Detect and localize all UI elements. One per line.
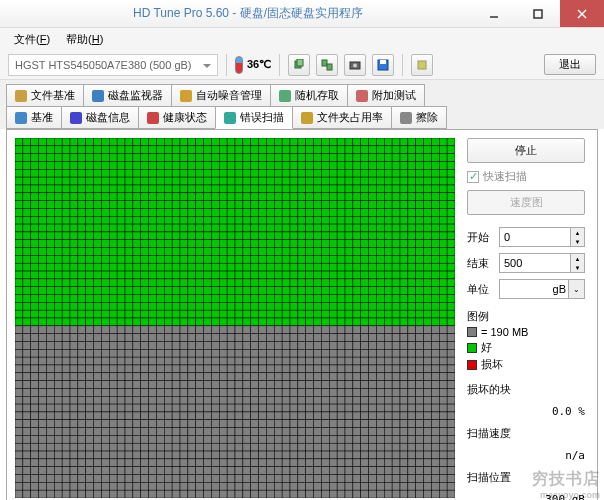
tab-自动噪音管理[interactable]: 自动噪音管理 [171, 84, 271, 107]
checkbox-icon: ✓ [467, 171, 479, 183]
tab-label: 文件基准 [31, 88, 75, 103]
maximize-button[interactable] [516, 0, 560, 27]
good-label: 好 [481, 340, 492, 355]
end-label: 结束 [467, 256, 495, 271]
stop-button[interactable]: 停止 [467, 138, 585, 163]
tab-icon [15, 112, 27, 124]
tab-icon [180, 90, 192, 102]
tab-label: 磁盘信息 [86, 110, 130, 125]
svg-point-9 [353, 63, 357, 67]
tab-附加测试[interactable]: 附加测试 [347, 84, 425, 107]
damaged-label: 损坏的块 [467, 382, 511, 397]
screenshot-button[interactable] [344, 54, 366, 76]
tab-健康状态[interactable]: 健康状态 [138, 106, 216, 129]
tab-label: 文件夹占用率 [317, 110, 383, 125]
position-label: 扫描位置 [467, 470, 511, 485]
end-input[interactable]: 500▲▼ [499, 253, 585, 273]
scan-grid [15, 138, 455, 498]
tab-label: 随机存取 [295, 88, 339, 103]
separator [279, 54, 280, 76]
temperature-display: 36℃ [235, 56, 271, 74]
bad-label: 损坏 [481, 357, 503, 372]
window-title: HD Tune Pro 5.60 - 硬盘/固态硬盘实用程序 [24, 5, 472, 22]
minimize-button[interactable] [472, 0, 516, 27]
speed-value: n/a [565, 449, 585, 462]
copy-button[interactable] [288, 54, 310, 76]
svg-rect-1 [534, 10, 542, 18]
copy2-button[interactable] [316, 54, 338, 76]
tab-label: 自动噪音管理 [196, 88, 262, 103]
speedmap-button: 速度图 [467, 190, 585, 215]
tab-基准[interactable]: 基准 [6, 106, 62, 129]
start-label: 开始 [467, 230, 495, 245]
tab-icon [301, 112, 313, 124]
separator [226, 54, 227, 76]
tab-擦除[interactable]: 擦除 [391, 106, 447, 129]
tab-icon [356, 90, 368, 102]
tab-icon [147, 112, 159, 124]
tab-错误扫描[interactable]: 错误扫描 [215, 106, 293, 129]
legend-label: 图例 [467, 309, 585, 324]
good-icon [467, 343, 477, 353]
block-icon [467, 327, 477, 337]
tab-文件基准[interactable]: 文件基准 [6, 84, 84, 107]
block-size: = 190 MB [481, 326, 528, 338]
svg-rect-6 [322, 60, 327, 66]
tab-label: 擦除 [416, 110, 438, 125]
menu-file[interactable]: 文件(F) [8, 30, 56, 49]
tab-icon [70, 112, 82, 124]
tab-icon [400, 112, 412, 124]
svg-rect-11 [380, 60, 386, 64]
tab-label: 磁盘监视器 [108, 88, 163, 103]
position-value: 300 gB [545, 493, 585, 500]
tab-磁盘监视器[interactable]: 磁盘监视器 [83, 84, 172, 107]
separator [402, 54, 403, 76]
tab-label: 附加测试 [372, 88, 416, 103]
svg-rect-7 [327, 64, 332, 70]
tab-label: 基准 [31, 110, 53, 125]
exit-button[interactable]: 退出 [544, 54, 596, 75]
tab-文件夹占用率[interactable]: 文件夹占用率 [292, 106, 392, 129]
bad-icon [467, 360, 477, 370]
tab-随机存取[interactable]: 随机存取 [270, 84, 348, 107]
svg-rect-12 [418, 61, 426, 69]
tab-icon [92, 90, 104, 102]
svg-rect-5 [297, 59, 303, 66]
tab-磁盘信息[interactable]: 磁盘信息 [61, 106, 139, 129]
save-button[interactable] [372, 54, 394, 76]
unit-select[interactable]: gB⌄ [499, 279, 585, 299]
close-button[interactable] [560, 0, 604, 27]
tab-label: 错误扫描 [240, 110, 284, 125]
tab-icon [279, 90, 291, 102]
speed-label: 扫描速度 [467, 426, 511, 441]
drive-selector[interactable]: HGST HTS545050A7E380 (500 gB) [8, 54, 218, 76]
tab-icon [224, 112, 236, 124]
tab-icon [15, 90, 27, 102]
damaged-value: 0.0 % [552, 405, 585, 418]
tab-label: 健康状态 [163, 110, 207, 125]
menu-help[interactable]: 帮助(H) [60, 30, 109, 49]
unit-label: 单位 [467, 282, 495, 297]
settings-button[interactable] [411, 54, 433, 76]
thermometer-icon [235, 56, 243, 74]
start-input[interactable]: 0▲▼ [499, 227, 585, 247]
quickscan-checkbox[interactable]: ✓ 快速扫描 [467, 169, 585, 184]
